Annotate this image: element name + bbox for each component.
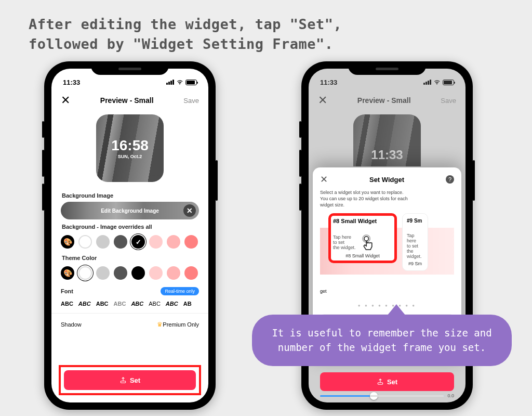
set-button-label: Set (387, 378, 397, 386)
wifi-icon (433, 80, 441, 85)
font-option[interactable]: ABC (166, 301, 178, 307)
font-option[interactable]: AB (183, 301, 192, 307)
svg-rect-3 (378, 383, 382, 385)
header-title: Preview - Small (100, 96, 154, 105)
font-option[interactable]: ABC (114, 301, 126, 307)
phone-notch (91, 61, 169, 75)
color-swatch-selected[interactable] (78, 266, 92, 280)
slot-caption-next: #9 Sm (407, 261, 423, 266)
set-button[interactable]: Set (320, 372, 454, 391)
color-swatch-selected[interactable] (131, 235, 145, 249)
close-icon[interactable]: ✕ (318, 94, 327, 107)
color-swatch[interactable] (149, 235, 163, 249)
sheet-subtitle: Select a widget slot you want to replace… (320, 189, 454, 208)
slot-tap-text: Tap here to set the widget. (407, 233, 423, 259)
widget-slot-carousel[interactable]: get #8 Small Widget Tap here to set the … (320, 213, 454, 294)
color-swatch[interactable] (78, 235, 92, 249)
set-button[interactable]: Set (64, 370, 196, 390)
tap-hand-icon (359, 233, 377, 251)
color-swatch[interactable] (114, 235, 127, 249)
upload-icon (119, 376, 127, 384)
bg-image-label: Background Image (51, 188, 208, 202)
save-button[interactable]: Save (183, 97, 199, 105)
font-options[interactable]: ABC ABC ABC ABC ABC ABC ABC AB (51, 297, 208, 310)
save-button[interactable]: Save (441, 97, 456, 105)
color-swatch[interactable] (167, 266, 180, 280)
bottom-slider[interactable]: 0.0 (320, 393, 454, 398)
palette-icon[interactable]: 🎨 (61, 235, 74, 249)
color-swatch[interactable] (167, 235, 180, 249)
color-swatch[interactable] (96, 266, 110, 280)
font-option[interactable]: ABC (78, 301, 91, 307)
phone-mockup-left: 11:33 ✕ Preview - Small Save 16:58 SUN, … (44, 61, 216, 410)
widget-slot-next[interactable]: #9 Sm Tap here to set the widget. #9 Sm (402, 213, 428, 271)
preview-clock-alt: 11:33 (371, 148, 403, 162)
cellular-icon (166, 80, 174, 85)
color-swatch[interactable] (149, 266, 163, 280)
clear-bg-icon[interactable]: ✕ (183, 204, 196, 217)
theme-color-row: 🎨 (51, 264, 208, 282)
svg-rect-0 (121, 381, 125, 383)
sheet-title: Set Widget (369, 176, 404, 184)
font-option[interactable]: ABC (61, 301, 73, 307)
palette-icon[interactable]: 🎨 (61, 266, 74, 280)
bg-override-label: Background - Image overrides all (51, 219, 208, 233)
color-swatch[interactable] (131, 266, 145, 280)
slider-thumb[interactable] (370, 392, 378, 400)
set-button-label: Set (130, 376, 140, 384)
widget-preview-partial: 11:33 (353, 114, 421, 166)
font-option[interactable]: ABC (131, 301, 143, 307)
battery-icon (443, 80, 454, 85)
widget-preview: 16:58 SUN, Oct.2 (96, 114, 164, 182)
status-time: 11:33 (320, 79, 337, 86)
help-icon[interactable]: ? (446, 175, 454, 184)
color-swatch[interactable] (114, 266, 127, 280)
sheet-close-icon[interactable]: ✕ (320, 174, 328, 185)
realtime-badge: Real-time only (161, 287, 199, 295)
font-option[interactable]: ABC (149, 301, 161, 307)
font-label: Font (61, 288, 73, 294)
shadow-label: Shadow (61, 321, 82, 328)
wifi-icon (176, 80, 183, 85)
battery-icon (185, 80, 197, 85)
slot-tap-text: Tap here to set the widget. (333, 235, 356, 250)
header-title: Preview - Small (357, 96, 411, 105)
phone-notch (348, 61, 426, 75)
edit-bg-label: Edit Background Image (101, 208, 159, 214)
instruction-text: After editing the widget, tap "Set", fol… (29, 15, 342, 54)
slider-value: 0.0 (447, 393, 454, 398)
bg-color-row: 🎨 (51, 233, 208, 251)
color-swatch[interactable] (184, 266, 198, 280)
slot-caption-prev: get (320, 289, 323, 294)
edit-bg-button[interactable]: Edit Background Image ✕ (61, 202, 199, 219)
crown-icon: ♛ (157, 321, 163, 328)
upload-icon (377, 378, 384, 385)
status-time: 11:33 (63, 79, 80, 86)
premium-badge: ♛Premium Only (157, 321, 199, 328)
color-swatch[interactable] (96, 235, 110, 249)
tip-callout: It is useful to remember the size and nu… (252, 315, 512, 366)
preview-date: SUN, Oct.2 (118, 154, 142, 159)
set-button-highlight: Set (59, 365, 201, 395)
theme-label: Theme Color (51, 251, 208, 264)
slot-title-next: #9 Sm (407, 218, 423, 224)
slot-title: #8 Small Widget (333, 218, 392, 224)
font-option[interactable]: ABC (96, 301, 109, 307)
cellular-icon (423, 80, 431, 85)
svg-point-1 (364, 237, 368, 241)
color-swatch[interactable] (184, 235, 198, 249)
close-icon[interactable]: ✕ (61, 94, 70, 107)
widget-slot-highlighted[interactable]: #8 Small Widget Tap here to set the widg… (328, 213, 397, 263)
slot-caption: #8 Small Widget (333, 253, 392, 258)
preview-clock: 16:58 (111, 137, 149, 154)
